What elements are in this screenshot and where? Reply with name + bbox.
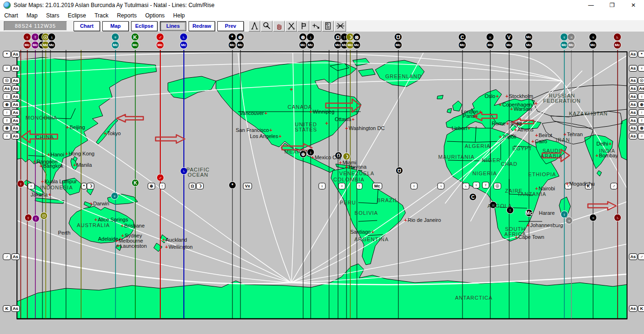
toolbar: 88S24 112W35 ChartMapEclipseLinesRedrawP… bbox=[0, 20, 644, 32]
toolbar-icon-info-tool[interactable]: i bbox=[322, 21, 334, 32]
maximize-button[interactable]: ❐ bbox=[602, 0, 623, 10]
toolbar-button-lines[interactable]: Lines bbox=[160, 21, 186, 31]
menu-item-map[interactable]: Map bbox=[22, 11, 41, 20]
axes-tool-icon bbox=[335, 21, 346, 31]
solar-maps-window: Solar Maps: 21.01.2019 Aslan Burcunda Ay… bbox=[0, 0, 644, 334]
map-canvas[interactable] bbox=[0, 32, 644, 334]
close-button[interactable]: ✕ bbox=[623, 0, 644, 10]
menu-item-eclipse[interactable]: Eclipse bbox=[64, 11, 91, 20]
toolbar-button-eclipse[interactable]: Eclipse bbox=[131, 21, 157, 31]
toolbar-icon-zoom-tool[interactable] bbox=[261, 21, 272, 32]
title-bar: Solar Maps: 21.01.2019 Aslan Burcunda Ay… bbox=[0, 0, 644, 11]
compass-tool-icon bbox=[249, 21, 260, 31]
toolbar-icon-compass-tool[interactable] bbox=[248, 21, 260, 32]
toolbar-icon-clamp-tool[interactable] bbox=[297, 21, 309, 32]
toolbar-icon-axes-tool[interactable] bbox=[334, 21, 346, 32]
locate-tool-icon bbox=[311, 21, 321, 31]
menu-item-chart[interactable]: Chart bbox=[0, 11, 22, 20]
window-title: Solar Maps: 21.01.2019 Aslan Burcunda Ay… bbox=[14, 2, 215, 8]
minimize-button[interactable]: — bbox=[580, 0, 602, 10]
toolbar-icon-locate-tool[interactable] bbox=[310, 21, 322, 32]
menu-item-stars[interactable]: Stars bbox=[42, 11, 64, 20]
toolbar-button-prev[interactable]: Prev bbox=[217, 21, 244, 31]
menu-item-options[interactable]: Options bbox=[141, 11, 169, 20]
map-panel: ♀Mc☿Mc♇Mc☉Mc♁Mc♆McKMc♂Mc♄Mc*Mc⊕Mc⊕Mc♁McΩ… bbox=[0, 32, 644, 334]
info-tool-icon: i bbox=[323, 21, 333, 31]
cursor-coordinates-readout: 88S24 112W35 bbox=[4, 21, 67, 31]
menu-item-track[interactable]: Track bbox=[90, 11, 113, 20]
clamp-tool-icon bbox=[298, 21, 309, 31]
toolbar-button-map[interactable]: Map bbox=[102, 21, 129, 31]
toolbar-icon-pan-hand-tool[interactable] bbox=[273, 21, 285, 32]
pan-hand-tool-icon bbox=[274, 21, 284, 31]
toolbar-button-chart[interactable]: Chart bbox=[74, 21, 100, 31]
menu-item-reports[interactable]: Reports bbox=[113, 11, 141, 20]
menu-item-help[interactable]: Help bbox=[169, 11, 189, 20]
cut-tool-icon bbox=[286, 21, 297, 31]
toolbar-button-redraw[interactable]: Redraw bbox=[189, 21, 215, 31]
app-globe-icon bbox=[3, 1, 11, 9]
toolbar-icon-cut-tool[interactable] bbox=[285, 21, 297, 32]
zoom-tool-icon bbox=[262, 21, 272, 31]
menu-bar: ChartMapStarsEclipseTrackReportsOptionsH… bbox=[0, 10, 644, 20]
